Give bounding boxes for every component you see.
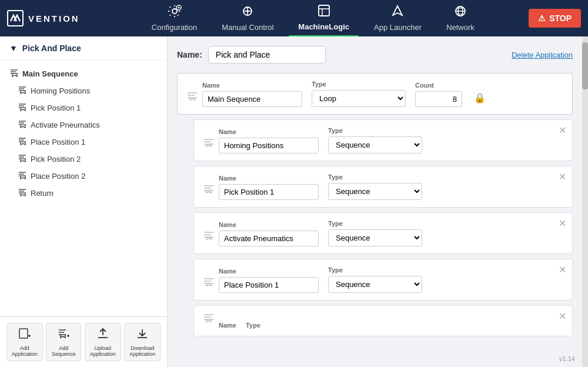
drag-handle-pick2[interactable] xyxy=(203,313,214,329)
sidebar-item-activate-pneumatics[interactable]: Activate Pneumatics xyxy=(0,116,167,134)
close-pick1-button[interactable]: ✕ xyxy=(559,171,566,182)
upload-application-button[interactable]: UploadApplication xyxy=(85,323,121,361)
main-sequence-count-input[interactable] xyxy=(415,91,462,107)
content-header: Name: Delete Application xyxy=(177,46,573,64)
sidebar-label-pick2: Pick Position 2 xyxy=(31,155,81,164)
homing-type-label: Type xyxy=(328,127,422,134)
pneumatics-name-input[interactable] xyxy=(219,231,319,246)
nav-items: Configuration Manual Control xyxy=(98,1,529,36)
scrollbar-thumb[interactable] xyxy=(582,42,588,89)
pick2-name-group: Name xyxy=(219,322,236,329)
sidebar-label-pneumatics: Activate Pneumatics xyxy=(31,121,100,129)
close-pneumatics-button[interactable]: ✕ xyxy=(559,218,566,229)
pneumatics-card-inner: Name Type Sequence Loop xyxy=(203,220,563,246)
tree-icon-main-sequence xyxy=(9,69,19,79)
warning-icon: ⚠ xyxy=(538,14,546,23)
sidebar-item-pick-position-2[interactable]: Pick Position 2 xyxy=(0,151,167,168)
svg-point-0 xyxy=(172,9,177,14)
add-application-button[interactable]: AddApplication xyxy=(6,323,43,361)
sidebar-item-place-position-1[interactable]: Place Position 1 xyxy=(0,134,167,151)
pneumatics-name-group: Name xyxy=(219,221,319,246)
pneumatics-type-group: Type Sequence Loop xyxy=(328,220,422,246)
place1-name-input[interactable] xyxy=(219,277,319,293)
delete-application-link[interactable]: Delete Application xyxy=(512,51,573,59)
sidebar-label-main-sequence: Main Sequence xyxy=(22,69,78,78)
sidebar-item-pick-position-1[interactable]: Pick Position 1 xyxy=(0,99,167,116)
drag-handle-homing[interactable] xyxy=(203,138,214,154)
drag-handle-pick1[interactable] xyxy=(203,184,214,200)
pick1-type-select[interactable]: Sequence Loop xyxy=(328,183,422,200)
sidebar-label-return: Return xyxy=(31,189,54,198)
homing-type-select[interactable]: Sequence Loop xyxy=(328,136,422,154)
svg-point-5 xyxy=(246,10,249,12)
tree-icon-return xyxy=(18,188,27,198)
homing-type-group: Type Sequence Loop xyxy=(328,127,422,154)
manual-control-icon xyxy=(240,5,255,21)
nav-item-machinelogic[interactable]: MachineLogic xyxy=(289,1,359,36)
name-label: Name: xyxy=(177,50,202,59)
drag-handle-place1[interactable] xyxy=(203,277,214,293)
nav-item-configuration[interactable]: Configuration xyxy=(142,1,206,35)
svg-rect-6 xyxy=(319,5,329,16)
svg-rect-38 xyxy=(19,329,28,338)
add-application-label: AddApplication xyxy=(12,345,38,357)
configuration-icon xyxy=(168,5,182,21)
tree-icon-pneumatics xyxy=(18,120,27,130)
sidebar-item-homing-positions[interactable]: Homing Positions xyxy=(0,82,167,99)
pick2-name-label: Name xyxy=(219,322,236,329)
count-field-group: Count xyxy=(415,82,462,107)
content-area: Name: Delete Application Name xyxy=(168,36,582,367)
nav-item-manual-control[interactable]: Manual Control xyxy=(212,1,283,35)
place-position-1-card: ✕ Name Type xyxy=(193,259,573,301)
homing-name-input[interactable] xyxy=(219,138,319,154)
homing-positions-card: ✕ Name Type xyxy=(193,119,573,161)
logo-icon xyxy=(7,10,24,26)
nav-item-app-launcher[interactable]: App Launcher xyxy=(365,1,431,35)
sidebar-header: ▼ Pick And Place xyxy=(0,36,167,61)
version-label: v1.14 xyxy=(559,355,575,362)
homing-name-group: Name xyxy=(219,128,319,154)
logo: VENTION xyxy=(7,10,80,26)
name-field-group: Name xyxy=(202,82,302,107)
nav-item-network[interactable]: Network xyxy=(437,1,484,35)
scrollbar-track[interactable] xyxy=(582,36,588,367)
type-col-label: Type xyxy=(312,81,406,88)
sidebar-item-return[interactable]: Return xyxy=(0,185,167,202)
close-pick2-button[interactable]: ✕ xyxy=(559,311,566,322)
homing-name-label: Name xyxy=(219,128,319,135)
pick2-fields: Name Type xyxy=(219,322,260,329)
machinelogic-icon xyxy=(317,4,331,20)
main-sequence-type-select[interactable]: Loop Sequence xyxy=(312,90,406,107)
tree-icon-pick2 xyxy=(18,154,27,164)
sidebar-item-place-position-2[interactable]: Place Position 2 xyxy=(0,168,167,185)
add-sequence-button[interactable]: AddSequence xyxy=(46,323,81,361)
pneumatics-type-select[interactable]: Sequence Loop xyxy=(328,229,422,246)
place1-type-select[interactable]: Sequence Loop xyxy=(328,276,422,293)
download-application-button[interactable]: DownloadApplication xyxy=(124,323,161,361)
pick1-type-label: Type xyxy=(328,174,422,181)
main-sequence-name-input[interactable] xyxy=(202,91,302,107)
upload-icon xyxy=(96,327,109,343)
close-place1-button[interactable]: ✕ xyxy=(559,264,566,275)
place1-card-inner: Name Type Sequence Loop xyxy=(203,266,563,293)
stop-button[interactable]: ⚠ STOP xyxy=(529,9,581,28)
collapse-icon[interactable]: ▼ xyxy=(9,44,18,53)
pick1-name-input[interactable] xyxy=(219,184,319,200)
nav-label-network: Network xyxy=(446,23,475,32)
drag-handle-pneumatics[interactable] xyxy=(203,231,214,246)
app-name-input[interactable] xyxy=(208,46,326,64)
close-homing-button[interactable]: ✕ xyxy=(559,125,566,136)
nav-label-manual-control: Manual Control xyxy=(222,23,273,32)
main-sequence-fields: Name Type Loop Sequence Count � xyxy=(202,81,486,107)
tree-icon-place2 xyxy=(18,171,27,181)
pneumatics-name-label: Name xyxy=(219,221,319,228)
pick2-card-inner: Name Type xyxy=(203,313,563,329)
sidebar: ▼ Pick And Place Main Sequence xyxy=(0,36,168,367)
type-field-group: Type Loop Sequence xyxy=(312,81,406,107)
drag-handle-main[interactable] xyxy=(187,91,198,107)
sidebar-item-main-sequence[interactable]: Main Sequence xyxy=(0,65,167,82)
nav-label-machinelogic: MachineLogic xyxy=(298,22,349,31)
pick1-name-group: Name xyxy=(219,175,319,200)
pick2-type-label: Type xyxy=(246,322,260,329)
main-layout: ▼ Pick And Place Main Sequence xyxy=(0,36,588,367)
